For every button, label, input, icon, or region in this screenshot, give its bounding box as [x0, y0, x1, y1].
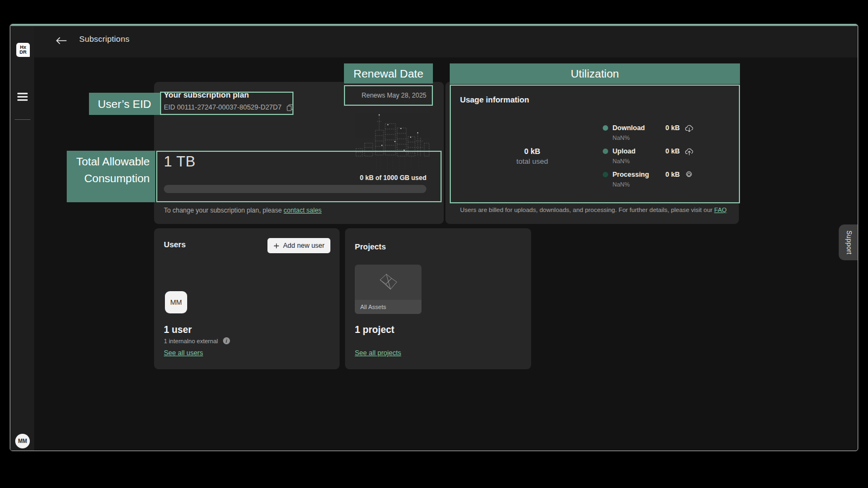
project-count: 1 project: [355, 324, 394, 336]
users-card-title: Users: [164, 240, 186, 249]
user-count: 1 user: [164, 324, 192, 336]
hamburger-menu-icon[interactable]: [17, 93, 28, 101]
support-tab[interactable]: Support: [839, 224, 858, 260]
utilization-footnote: Users are billed for uploads, downloads,…: [460, 207, 727, 213]
all-assets-thumbnail: [355, 265, 422, 300]
projects-card: Projects All Assets 1 project See all pr…: [345, 228, 531, 369]
user-breakdown: 1 internalno external i: [164, 337, 230, 344]
annotation-utilization-box: [450, 85, 740, 203]
see-all-projects-link[interactable]: See all projects: [355, 349, 401, 357]
annotation-renewal-date-box: Renews May 28, 2025: [344, 85, 433, 106]
support-tab-label: Support: [845, 230, 853, 254]
projects-card-title: Projects: [355, 242, 386, 251]
see-all-users-row: See all users: [164, 349, 203, 357]
add-new-user-button[interactable]: Add new user: [267, 238, 330, 253]
plus-icon: [273, 243, 279, 249]
contact-sales-link[interactable]: contact sales: [284, 207, 322, 214]
annotation-consumption-box: [156, 151, 442, 202]
see-all-projects-row: See all projects: [355, 349, 401, 357]
users-card: Users Add new user MM 1 user 1 internaln…: [154, 228, 340, 369]
all-assets-label: All Assets: [355, 300, 422, 314]
annotation-consumption-label: Total Allowable Consumption: [67, 151, 155, 202]
hxdr-logo[interactable]: Hx DR: [16, 43, 30, 57]
info-icon[interactable]: i: [223, 337, 230, 344]
sidebar-divider: [15, 119, 30, 120]
see-all-users-link[interactable]: See all users: [164, 349, 203, 357]
subscription-footnote: To change your subscription plan, please…: [164, 207, 322, 214]
faq-link[interactable]: FAQ: [714, 207, 727, 213]
screen-background: Hx DR MM Subscriptions Your subscription…: [0, 0, 868, 488]
user-avatar-tile[interactable]: MM: [165, 291, 187, 313]
app-window: Hx DR MM Subscriptions Your subscription…: [10, 24, 858, 451]
annotation-users-eid-box: [160, 92, 293, 115]
user-avatar[interactable]: MM: [15, 434, 30, 448]
annotation-renewal-date-label: Renewal Date: [344, 63, 433, 84]
annotation-users-eid-label: User’s EID: [89, 93, 160, 115]
page-title: Subscriptions: [79, 34, 130, 43]
back-button[interactable]: [52, 32, 71, 49]
annotation-utilization-label: Utilization: [450, 63, 740, 84]
all-assets-tile[interactable]: All Assets: [355, 265, 422, 314]
back-arrow-icon: [56, 37, 67, 44]
top-bar: [10, 26, 858, 57]
wireframe-asset-icon: [376, 272, 401, 293]
logo-text-line2: DR: [20, 50, 27, 55]
top-accent-line: [10, 24, 858, 26]
sidebar: Hx DR MM: [10, 26, 34, 451]
